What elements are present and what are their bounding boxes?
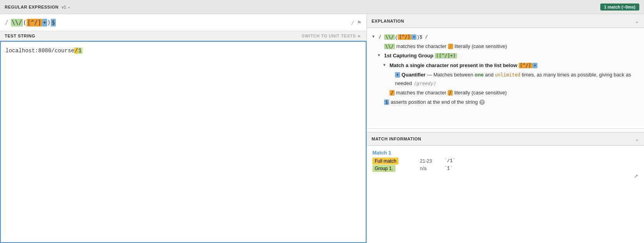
divider: [367, 128, 644, 129]
regex-flags-area: / ⚑: [351, 20, 362, 26]
exp-toggle-char-class[interactable]: ▾: [383, 61, 388, 69]
explanation-content: ▾ / \\/([^/]+)$ / \\/ matches the charac…: [367, 28, 644, 125]
match-row-group1: Group 1. n/a `1`: [372, 165, 639, 171]
exp-toggle-root[interactable]: ▾: [372, 33, 377, 40]
explanation-tree: ▾ / \\/([^/]+)$ / \\/ matches the charac…: [372, 33, 639, 106]
match-info-collapse-icon[interactable]: ⌄: [635, 136, 639, 142]
full-match-value: `/1`: [444, 158, 455, 164]
test-string-header: TEST STRING SWITCH TO UNIT TESTS ►: [0, 31, 366, 41]
regex-input-area: / \\/ ( [^/] + ) $ / ⚑: [0, 14, 366, 31]
left-panel: / \\/ ( [^/] + ) $ / ⚑ TEST STRING SWITC…: [0, 14, 367, 243]
switch-unit-tests-button[interactable]: SWITCH TO UNIT TESTS ►: [302, 34, 362, 38]
explanation-collapse-icon[interactable]: ⌄: [635, 18, 639, 24]
match-row-full: Full match 21-23 `/1`: [372, 158, 639, 164]
chevron-down-icon: ⌄: [67, 4, 71, 9]
regex-open-slash: /: [5, 19, 9, 26]
explanation-label: EXPLANATION: [372, 19, 404, 23]
exp-row-dollar: $ asserts position at the end of the str…: [378, 98, 639, 106]
regex-paren-close: ): [47, 19, 51, 26]
full-match-highlight: /1: [74, 48, 82, 54]
regex-label: REGULAR EXPRESSION: [5, 5, 59, 9]
match-info-content: Match 1 Full match 21-23 `/1` Group 1. n…: [367, 146, 644, 243]
regex-expression[interactable]: \\/ ( [^/] + ) $: [11, 19, 349, 27]
full-match-position: 21-23: [420, 158, 439, 164]
exp-row-capturing-group: ▾ 1st Capturing Group ([^/]+): [378, 51, 639, 60]
test-string-plain: localhost:8080/course: [5, 48, 74, 54]
regex-backslash-slash: \\/: [11, 19, 23, 27]
exp-row-char-class: ▾ Match a single character not present i…: [383, 61, 639, 70]
match-badge: 1 match (~0ms): [600, 4, 639, 11]
regex-char-class: [^/]: [27, 19, 42, 27]
chevron-right-icon: ►: [358, 34, 362, 38]
full-match-label: Full match: [372, 158, 415, 164]
group1-value: `1`: [444, 166, 453, 171]
export-icon[interactable]: ➚: [634, 173, 639, 179]
top-bar: REGULAR EXPRESSION v1 ⌄ 1 match (~0ms): [0, 0, 644, 14]
match-info-header: MATCH INFORMATION ⌄: [367, 132, 644, 146]
exp-row-slash-literal: / matches the character / literally (cas…: [383, 89, 639, 97]
match-info-label: MATCH INFORMATION: [372, 137, 421, 141]
group1-highlight: 1: [78, 48, 82, 54]
explanation-header: EXPLANATION ⌄: [367, 14, 644, 28]
regex-paren-open: (: [23, 19, 27, 26]
test-string-text: localhost:8080/course/1: [1, 42, 366, 60]
exp-toggle-group[interactable]: ▾: [378, 51, 382, 59]
group1-position: n/a: [420, 166, 439, 171]
match-title: Match 1: [372, 150, 639, 156]
right-panel: EXPLANATION ⌄ ▾ / \\/([^/]+)$ / \\/: [367, 14, 644, 243]
exp-row-root: ▾ / \\/([^/]+)$ /: [372, 33, 639, 41]
help-icon-dollar[interactable]: ?: [479, 99, 485, 105]
group1-label: Group 1.: [372, 165, 415, 171]
exp-row-quantifier: + Quantifier — Matches between one and u…: [389, 71, 639, 88]
regex-quantifier: +: [42, 19, 47, 27]
regex-close-slash: /: [351, 20, 354, 26]
match-table: Full match 21-23 `/1` Group 1. n/a `1`: [372, 158, 639, 171]
exp-row-backslash-slash: \\/ matches the character / literally (c…: [378, 42, 639, 51]
version-badge[interactable]: v1 ⌄: [62, 4, 71, 9]
regex-flag-icon[interactable]: ⚑: [357, 20, 362, 26]
regex-dollar: $: [51, 19, 56, 27]
test-string-label: TEST STRING: [5, 34, 35, 38]
test-string-content[interactable]: localhost:8080/course/1: [0, 41, 366, 243]
